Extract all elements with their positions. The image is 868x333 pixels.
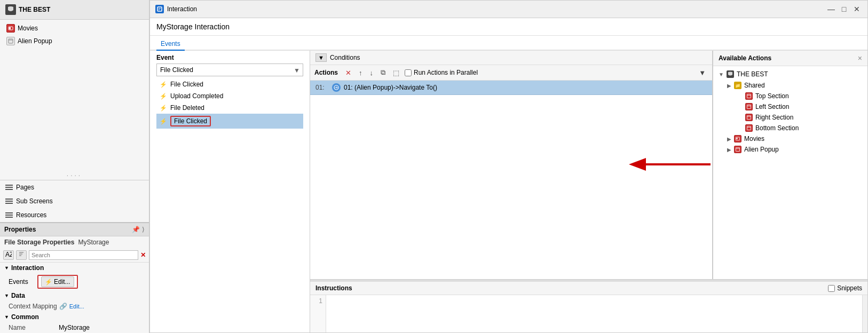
code-area[interactable] <box>326 295 862 332</box>
parallel-input[interactable] <box>405 69 412 76</box>
event-item-file-deleted[interactable]: ⚡ File Deleted <box>156 102 303 114</box>
sidebar-divider: .... <box>0 168 149 180</box>
sidebar-item-sub-screens[interactable]: Sub Screens <box>0 194 149 208</box>
move-up-btn[interactable]: ↑ <box>357 68 365 78</box>
event-item-upload-completed[interactable]: ⚡ Upload Completed <box>156 90 303 102</box>
shared-label: Shared <box>744 82 765 89</box>
conditions-label: Conditions <box>330 54 360 61</box>
root-expand-icon: ▼ <box>719 72 724 77</box>
window-title-left: Interaction <box>155 5 197 13</box>
properties-header: Properties 📌 ⟩ <box>0 223 149 236</box>
delete-action-btn[interactable]: ✕ <box>343 68 353 78</box>
sub-screens-label: Sub Screens <box>16 197 53 205</box>
app-logo: THE BEST <box>5 4 50 15</box>
right-section-icon <box>745 114 753 121</box>
sidebar-item-movies[interactable]: Movies <box>0 22 149 35</box>
avail-item-top-section[interactable]: Top Section <box>729 91 867 101</box>
available-tree: ▼ THE BEST ▶ 📁 <box>713 66 867 279</box>
avail-root-label: THE BEST <box>737 70 768 78</box>
event-select[interactable]: File Clicked Upload Completed File Delet… <box>156 64 303 76</box>
actions-toolbar: Actions ✕ ↑ ↓ ⧉ ⬚ Run Actions in Paralle… <box>310 65 712 81</box>
copy-action-btn[interactable]: ⧉ <box>378 67 388 78</box>
props-toolbar: AZ ✕ <box>0 248 149 263</box>
action-item-1[interactable]: 01: 01: (Alien Popup)->Navigate To() <box>310 81 712 95</box>
shared-header[interactable]: ▶ 📁 Shared <box>722 80 867 91</box>
interaction-section-header: ▼ Interaction <box>0 263 149 273</box>
interaction-label: Interaction <box>11 264 44 272</box>
name-value: MyStorage <box>59 324 90 331</box>
sort-order-btn[interactable] <box>16 250 27 260</box>
root-logo-icon <box>727 70 734 78</box>
minimize-btn[interactable]: — <box>826 4 837 14</box>
avail-root[interactable]: ▼ THE BEST <box>713 68 867 80</box>
event-item-label-1: File Clicked <box>170 81 203 88</box>
movies-avail-header[interactable]: ▶ Movies <box>722 133 867 144</box>
left-section-label: Left Section <box>755 103 789 110</box>
top-section-icon <box>745 92 753 100</box>
context-edit-link[interactable]: Edit... <box>69 303 84 310</box>
bottom-section-icon <box>745 124 753 132</box>
svg-rect-22 <box>736 148 740 152</box>
avail-movies-section: ▶ Movies <box>713 133 867 144</box>
interaction-window: Interaction — □ ✕ MyStorage Interaction … <box>149 0 868 333</box>
available-close-btn[interactable]: × <box>858 54 862 62</box>
bolt-icon-2: ⚡ <box>160 93 167 100</box>
events-edit-btn[interactable]: ⚡ Edit... <box>41 276 74 287</box>
app-title: THE BEST <box>19 6 50 13</box>
name-label: Name <box>9 324 57 331</box>
props-sub-name: MyStorage <box>78 239 109 246</box>
snippets-checkbox[interactable] <box>828 285 835 292</box>
alien-popup-avail-label: Alien Popup <box>744 146 779 153</box>
conditions-toggle-btn[interactable]: ▼ <box>315 53 327 62</box>
maximize-btn[interactable]: □ <box>839 4 849 14</box>
close-btn[interactable]: ✕ <box>851 4 862 14</box>
sort-alpha-btn[interactable]: AZ <box>3 250 14 260</box>
prop-expand-icon[interactable]: ⟩ <box>142 226 145 233</box>
event-list: ⚡ File Clicked ⚡ Upload Completed ⚡ File… <box>150 78 310 129</box>
events-tab[interactable]: Events <box>156 38 185 51</box>
props-sub-header: File Storage Properties <box>4 239 74 246</box>
resources-label: Resources <box>16 211 46 219</box>
event-item-label-4: File Clicked <box>170 116 211 126</box>
available-title: Available Actions <box>719 54 771 62</box>
common-label: Common <box>11 313 39 321</box>
sidebar-item-pages[interactable]: Pages <box>0 180 149 194</box>
scrollbar[interactable] <box>862 295 867 332</box>
sidebar-item-alien-popup[interactable]: Alien Popup <box>0 35 149 47</box>
svg-rect-8 <box>157 7 162 11</box>
search-clear-btn[interactable]: ✕ <box>140 251 146 259</box>
bolt-icon-1: ⚡ <box>160 81 167 88</box>
paste-action-btn[interactable]: ⬚ <box>391 68 401 78</box>
parallel-checkbox[interactable]: Run Actions in Parallel <box>405 69 478 76</box>
event-item-label-2: Upload Completed <box>170 92 223 100</box>
event-item-file-clicked-1[interactable]: ⚡ File Clicked <box>156 78 303 90</box>
action-text: 01: (Alien Popup)->Navigate To() <box>344 84 437 91</box>
available-header: Available Actions × <box>713 51 867 66</box>
data-section-header: ▼ Data <box>0 290 149 301</box>
svg-rect-16 <box>747 116 751 120</box>
snippets-label: Snippets <box>837 284 862 292</box>
events-edit-box[interactable]: ⚡ Edit... <box>37 275 78 289</box>
event-item-file-clicked-2[interactable]: ⚡ File Clicked <box>156 114 303 129</box>
avail-item-right-section[interactable]: Right Section <box>729 112 867 123</box>
movies-label: Movies <box>18 25 38 32</box>
svg-rect-18 <box>747 126 751 130</box>
window-titlebar: Interaction — □ ✕ <box>150 1 867 18</box>
events-label: Events <box>9 278 35 286</box>
prop-pin-icon[interactable]: 📌 <box>132 226 140 233</box>
right-section-label: Right Section <box>755 114 793 121</box>
avail-item-left-section[interactable]: Left Section <box>729 101 867 112</box>
edit-btn-label: Edit... <box>54 278 70 286</box>
events-row: Events ⚡ Edit... <box>0 273 149 290</box>
actions-scroll-down[interactable]: ▼ <box>697 68 708 78</box>
search-input[interactable] <box>29 250 138 260</box>
sidebar-item-resources[interactable]: Resources <box>0 208 149 222</box>
bolt-icon: ⚡ <box>45 279 52 286</box>
subscreens-icon <box>5 199 13 204</box>
alien-popup-avail-header[interactable]: ▶ Alien Popup <box>722 144 867 155</box>
alien-popup-avail-icon <box>734 146 741 153</box>
move-down-btn[interactable]: ↓ <box>368 68 376 78</box>
avail-item-bottom-section[interactable]: Bottom Section <box>729 123 867 133</box>
right-side: ▼ Conditions Actions ✕ ↑ ↓ ⧉ ⬚ <box>310 51 867 332</box>
svg-rect-2 <box>9 39 13 43</box>
